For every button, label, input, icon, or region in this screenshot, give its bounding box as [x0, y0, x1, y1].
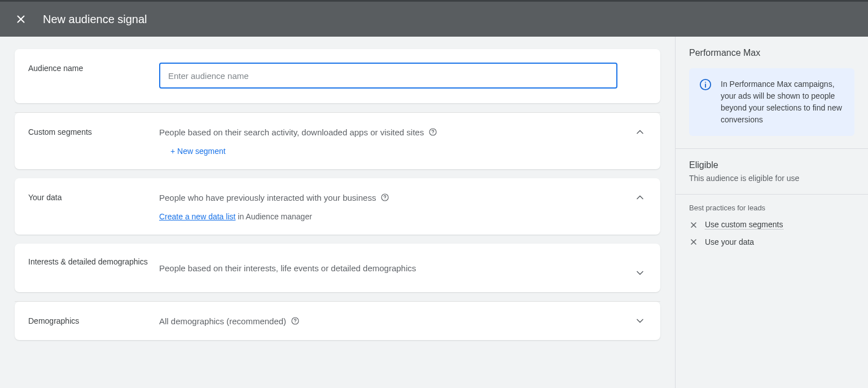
best-practice-text: Use custom segments	[705, 220, 783, 230]
label-interests: Interests & detailed demographics	[28, 257, 159, 266]
chevron-down-icon[interactable]	[633, 267, 647, 279]
main-content: Audience name Custom segments People bas…	[0, 37, 675, 388]
best-practice-item[interactable]: Use custom segments	[689, 220, 854, 230]
label-your-data: Your data	[28, 192, 159, 202]
new-segment-link[interactable]: + New segment	[170, 147, 226, 156]
info-text: In Performance Max campaigns, your ads w…	[721, 78, 844, 126]
eligible-heading: Eligible	[689, 160, 854, 170]
close-icon[interactable]	[15, 13, 27, 25]
svg-point-5	[385, 199, 385, 200]
desc-interests: People based on their interests, life ev…	[159, 263, 416, 273]
label-custom-segments: Custom segments	[28, 126, 159, 136]
close-icon	[689, 237, 698, 246]
card-custom-segments: Custom segments People based on their se…	[15, 113, 660, 169]
chevron-down-icon[interactable]	[633, 315, 647, 327]
desc-your-data: People who have previously interacted wi…	[159, 193, 376, 202]
desc-custom-segments: People based on their search activity, d…	[159, 127, 424, 137]
desc-demographics: All demographics (recommended)	[159, 316, 286, 326]
create-data-list-link[interactable]: Create a new data list	[159, 212, 235, 221]
eligible-text: This audience is eligible for use	[689, 174, 854, 183]
chevron-up-icon[interactable]	[633, 192, 647, 203]
right-sidebar: Performance Max In Performance Max campa…	[675, 37, 868, 388]
help-icon[interactable]	[380, 193, 389, 202]
card-interests: Interests & detailed demographics People…	[15, 244, 660, 292]
card-your-data: Your data People who have previously int…	[15, 178, 660, 235]
label-audience-name: Audience name	[28, 63, 159, 73]
sidebar-heading-pmax: Performance Max	[689, 48, 854, 58]
svg-point-3	[433, 134, 433, 134]
audience-name-input[interactable]	[159, 63, 617, 89]
card-demographics: Demographics All demographics (recommend…	[15, 302, 660, 340]
chevron-up-icon[interactable]	[633, 126, 647, 138]
help-icon[interactable]	[428, 127, 437, 136]
info-box: In Performance Max campaigns, your ads w…	[689, 68, 854, 136]
best-practices-heading: Best practices for leads	[689, 204, 854, 212]
best-practice-text: Use your data	[705, 237, 754, 246]
svg-point-10	[705, 82, 706, 83]
page-header: New audience signal	[0, 2, 868, 37]
best-practice-item[interactable]: Use your data	[689, 237, 854, 246]
info-icon	[699, 78, 712, 126]
card-audience-name: Audience name	[15, 49, 660, 103]
create-data-list-suffix: in Audience manager	[235, 212, 312, 221]
svg-point-7	[295, 323, 296, 323]
help-icon[interactable]	[291, 316, 300, 325]
close-icon	[689, 221, 698, 230]
page-title: New audience signal	[43, 13, 147, 26]
label-demographics: Demographics	[28, 315, 159, 325]
